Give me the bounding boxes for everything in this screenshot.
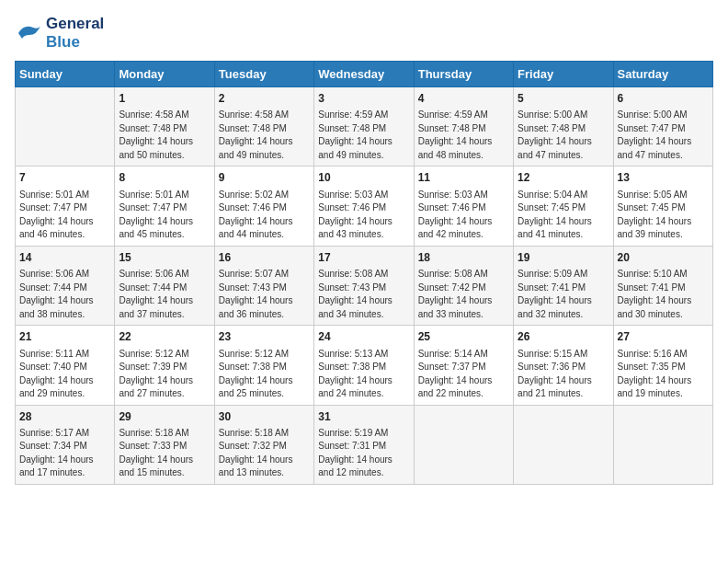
week-row-2: 7Sunrise: 5:01 AM Sunset: 7:47 PM Daylig…	[16, 167, 713, 246]
day-info: Sunrise: 5:06 AM Sunset: 7:44 PM Dayligh…	[119, 268, 210, 321]
day-number: 13	[618, 170, 709, 186]
column-header-friday: Friday	[514, 62, 613, 87]
day-cell: 28Sunrise: 5:17 AM Sunset: 7:34 PM Dayli…	[16, 405, 115, 484]
week-row-1: 1Sunrise: 4:58 AM Sunset: 7:48 PM Daylig…	[16, 87, 713, 167]
day-number: 7	[19, 170, 110, 186]
header-row: SundayMondayTuesdayWednesdayThursdayFrid…	[16, 62, 713, 87]
day-cell: 16Sunrise: 5:07 AM Sunset: 7:43 PM Dayli…	[214, 246, 313, 325]
day-number: 10	[318, 170, 409, 186]
day-info: Sunrise: 5:16 AM Sunset: 7:35 PM Dayligh…	[618, 348, 709, 401]
day-number: 1	[119, 91, 210, 107]
day-number: 29	[119, 409, 210, 425]
calendar-table: SundayMondayTuesdayWednesdayThursdayFrid…	[15, 61, 713, 485]
day-info: Sunrise: 5:03 AM Sunset: 7:46 PM Dayligh…	[318, 189, 409, 242]
day-number: 24	[318, 329, 409, 345]
day-cell: 9Sunrise: 5:02 AM Sunset: 7:46 PM Daylig…	[214, 167, 313, 246]
day-number: 25	[418, 329, 509, 345]
day-info: Sunrise: 5:09 AM Sunset: 7:41 PM Dayligh…	[518, 268, 609, 321]
day-info: Sunrise: 5:01 AM Sunset: 7:47 PM Dayligh…	[19, 189, 110, 242]
day-cell: 31Sunrise: 5:19 AM Sunset: 7:31 PM Dayli…	[314, 405, 414, 484]
day-number: 19	[518, 250, 609, 266]
day-cell: 4Sunrise: 4:59 AM Sunset: 7:48 PM Daylig…	[414, 87, 513, 167]
day-number: 27	[618, 329, 709, 345]
day-cell: 14Sunrise: 5:06 AM Sunset: 7:44 PM Dayli…	[16, 246, 115, 325]
day-number: 17	[318, 250, 409, 266]
logo-bird-icon	[15, 22, 42, 44]
week-row-4: 21Sunrise: 5:11 AM Sunset: 7:40 PM Dayli…	[16, 326, 713, 405]
column-header-wednesday: Wednesday	[314, 62, 414, 87]
day-info: Sunrise: 5:14 AM Sunset: 7:37 PM Dayligh…	[418, 348, 509, 401]
day-info: Sunrise: 5:18 AM Sunset: 7:32 PM Dayligh…	[219, 427, 310, 480]
day-number: 21	[19, 329, 110, 345]
day-cell: 13Sunrise: 5:05 AM Sunset: 7:45 PM Dayli…	[613, 167, 712, 246]
day-number: 4	[418, 91, 509, 107]
day-info: Sunrise: 5:08 AM Sunset: 7:43 PM Dayligh…	[318, 268, 409, 321]
day-number: 5	[518, 91, 609, 107]
day-cell: 25Sunrise: 5:14 AM Sunset: 7:37 PM Dayli…	[414, 326, 513, 405]
day-cell: 15Sunrise: 5:06 AM Sunset: 7:44 PM Dayli…	[115, 246, 214, 325]
day-info: Sunrise: 5:12 AM Sunset: 7:38 PM Dayligh…	[219, 348, 310, 401]
day-number: 12	[518, 170, 609, 186]
day-cell: 7Sunrise: 5:01 AM Sunset: 7:47 PM Daylig…	[16, 167, 115, 246]
calendar-header: SundayMondayTuesdayWednesdayThursdayFrid…	[16, 62, 713, 87]
day-cell: 23Sunrise: 5:12 AM Sunset: 7:38 PM Dayli…	[214, 326, 313, 405]
day-number: 15	[119, 250, 210, 266]
day-cell: 3Sunrise: 4:59 AM Sunset: 7:48 PM Daylig…	[314, 87, 414, 167]
column-header-thursday: Thursday	[414, 62, 513, 87]
day-info: Sunrise: 5:02 AM Sunset: 7:46 PM Dayligh…	[219, 189, 310, 242]
day-number: 18	[418, 250, 509, 266]
day-info: Sunrise: 5:00 AM Sunset: 7:48 PM Dayligh…	[518, 109, 609, 162]
day-cell: 30Sunrise: 5:18 AM Sunset: 7:32 PM Dayli…	[214, 405, 313, 484]
day-cell: 5Sunrise: 5:00 AM Sunset: 7:48 PM Daylig…	[514, 87, 613, 167]
day-number: 20	[618, 250, 709, 266]
column-header-tuesday: Tuesday	[214, 62, 313, 87]
day-cell: 12Sunrise: 5:04 AM Sunset: 7:45 PM Dayli…	[514, 167, 613, 246]
day-number: 22	[119, 329, 210, 345]
day-cell	[16, 87, 115, 167]
day-info: Sunrise: 4:59 AM Sunset: 7:48 PM Dayligh…	[318, 109, 409, 162]
day-info: Sunrise: 5:11 AM Sunset: 7:40 PM Dayligh…	[19, 348, 110, 401]
page-header: General Blue	[15, 15, 713, 52]
day-info: Sunrise: 5:17 AM Sunset: 7:34 PM Dayligh…	[19, 427, 110, 480]
day-info: Sunrise: 5:12 AM Sunset: 7:39 PM Dayligh…	[119, 348, 210, 401]
day-info: Sunrise: 5:18 AM Sunset: 7:33 PM Dayligh…	[119, 427, 210, 480]
logo-text: General Blue	[46, 15, 104, 52]
day-cell: 17Sunrise: 5:08 AM Sunset: 7:43 PM Dayli…	[314, 246, 414, 325]
day-number: 6	[618, 91, 709, 107]
day-info: Sunrise: 4:59 AM Sunset: 7:48 PM Dayligh…	[418, 109, 509, 162]
day-info: Sunrise: 5:05 AM Sunset: 7:45 PM Dayligh…	[618, 189, 709, 242]
day-info: Sunrise: 5:00 AM Sunset: 7:47 PM Dayligh…	[618, 109, 709, 162]
day-info: Sunrise: 5:13 AM Sunset: 7:38 PM Dayligh…	[318, 348, 409, 401]
day-cell: 19Sunrise: 5:09 AM Sunset: 7:41 PM Dayli…	[514, 246, 613, 325]
day-cell	[414, 405, 513, 484]
day-cell: 20Sunrise: 5:10 AM Sunset: 7:41 PM Dayli…	[613, 246, 712, 325]
day-cell	[613, 405, 712, 484]
day-number: 26	[518, 329, 609, 345]
day-cell: 8Sunrise: 5:01 AM Sunset: 7:47 PM Daylig…	[115, 167, 214, 246]
day-cell: 22Sunrise: 5:12 AM Sunset: 7:39 PM Dayli…	[115, 326, 214, 405]
day-number: 28	[19, 409, 110, 425]
day-info: Sunrise: 5:01 AM Sunset: 7:47 PM Dayligh…	[119, 189, 210, 242]
day-info: Sunrise: 4:58 AM Sunset: 7:48 PM Dayligh…	[119, 109, 210, 162]
day-info: Sunrise: 5:10 AM Sunset: 7:41 PM Dayligh…	[618, 268, 709, 321]
day-cell: 6Sunrise: 5:00 AM Sunset: 7:47 PM Daylig…	[613, 87, 712, 167]
day-number: 8	[119, 170, 210, 186]
day-cell	[514, 405, 613, 484]
day-number: 9	[219, 170, 310, 186]
day-info: Sunrise: 5:15 AM Sunset: 7:36 PM Dayligh…	[518, 348, 609, 401]
day-info: Sunrise: 4:58 AM Sunset: 7:48 PM Dayligh…	[219, 109, 310, 162]
day-cell: 29Sunrise: 5:18 AM Sunset: 7:33 PM Dayli…	[115, 405, 214, 484]
calendar-body: 1Sunrise: 4:58 AM Sunset: 7:48 PM Daylig…	[16, 87, 713, 485]
column-header-sunday: Sunday	[16, 62, 115, 87]
day-cell: 2Sunrise: 4:58 AM Sunset: 7:48 PM Daylig…	[214, 87, 313, 167]
day-cell: 10Sunrise: 5:03 AM Sunset: 7:46 PM Dayli…	[314, 167, 414, 246]
week-row-3: 14Sunrise: 5:06 AM Sunset: 7:44 PM Dayli…	[16, 246, 713, 325]
day-cell: 27Sunrise: 5:16 AM Sunset: 7:35 PM Dayli…	[613, 326, 712, 405]
day-number: 31	[318, 409, 409, 425]
week-row-5: 28Sunrise: 5:17 AM Sunset: 7:34 PM Dayli…	[16, 405, 713, 484]
day-info: Sunrise: 5:08 AM Sunset: 7:42 PM Dayligh…	[418, 268, 509, 321]
day-number: 16	[219, 250, 310, 266]
day-info: Sunrise: 5:07 AM Sunset: 7:43 PM Dayligh…	[219, 268, 310, 321]
day-cell: 21Sunrise: 5:11 AM Sunset: 7:40 PM Dayli…	[16, 326, 115, 405]
day-cell: 1Sunrise: 4:58 AM Sunset: 7:48 PM Daylig…	[115, 87, 214, 167]
